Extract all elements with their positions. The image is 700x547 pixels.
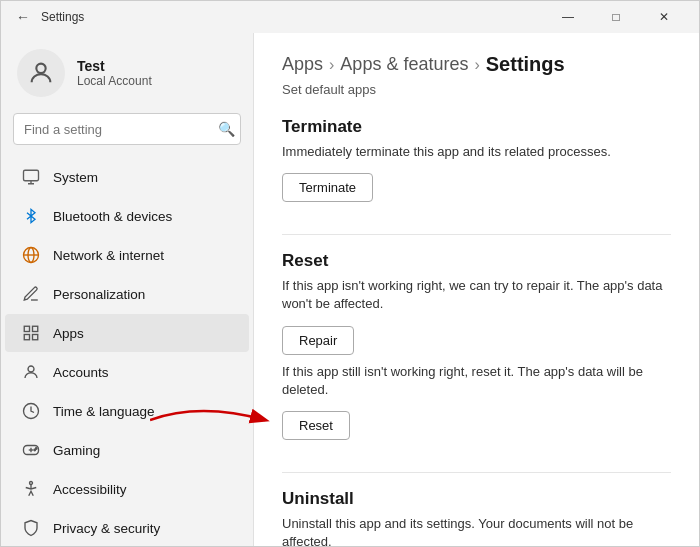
svg-point-0: [36, 64, 45, 73]
sidebar: Test Local Account 🔍 System: [1, 33, 253, 546]
apps-icon: [21, 323, 41, 343]
breadcrumb-sep1: ›: [329, 56, 334, 74]
window-controls: — □ ✕: [545, 1, 687, 33]
repair-description: If this app isn't working right, we can …: [282, 277, 671, 313]
user-profile[interactable]: Test Local Account: [1, 33, 253, 109]
avatar: [17, 49, 65, 97]
repair-button[interactable]: Repair: [282, 326, 354, 355]
svg-point-15: [36, 448, 38, 450]
sidebar-label-system: System: [53, 170, 98, 185]
back-button[interactable]: ←: [13, 7, 33, 27]
page-subtitle: Set default apps: [282, 82, 671, 97]
sidebar-label-apps: Apps: [53, 326, 84, 341]
sidebar-label-accounts: Accounts: [53, 365, 109, 380]
user-account: Local Account: [77, 74, 152, 88]
settings-window: ← Settings — □ ✕ Test Local Acco: [0, 0, 700, 547]
sidebar-label-time: Time & language: [53, 404, 155, 419]
gaming-icon: [21, 440, 41, 460]
personalization-icon: [21, 284, 41, 304]
svg-point-9: [28, 366, 34, 372]
maximize-button[interactable]: □: [593, 1, 639, 33]
svg-point-16: [30, 482, 33, 485]
sidebar-item-bluetooth[interactable]: Bluetooth & devices: [5, 197, 249, 235]
sidebar-item-apps[interactable]: Apps: [5, 314, 249, 352]
reset-title: Reset: [282, 251, 671, 271]
search-icon[interactable]: 🔍: [218, 121, 235, 137]
uninstall-section: Uninstall Uninstall this app and its set…: [282, 489, 671, 546]
title-bar-left: ← Settings: [13, 7, 84, 27]
user-name: Test: [77, 58, 152, 74]
sidebar-item-gaming[interactable]: Gaming: [5, 431, 249, 469]
breadcrumb-part1: Apps: [282, 54, 323, 75]
accounts-icon: [21, 362, 41, 382]
sidebar-item-network[interactable]: Network & internet: [5, 236, 249, 274]
sidebar-item-system[interactable]: System: [5, 158, 249, 196]
breadcrumb-current: Settings: [486, 53, 565, 76]
svg-rect-6: [33, 326, 38, 331]
uninstall-title: Uninstall: [282, 489, 671, 509]
sidebar-item-privacy[interactable]: Privacy & security: [5, 509, 249, 546]
breadcrumb-part2: Apps & features: [340, 54, 468, 75]
terminate-description: Immediately terminate this app and its r…: [282, 143, 671, 161]
reset-button[interactable]: Reset: [282, 411, 350, 440]
main-content: Test Local Account 🔍 System: [1, 33, 699, 546]
terminate-title: Terminate: [282, 117, 671, 137]
divider-2: [282, 472, 671, 473]
minimize-button[interactable]: —: [545, 1, 591, 33]
sidebar-label-accessibility: Accessibility: [53, 482, 127, 497]
bluetooth-icon: [21, 206, 41, 226]
close-button[interactable]: ✕: [641, 1, 687, 33]
search-box: 🔍: [13, 113, 241, 145]
sidebar-label-network: Network & internet: [53, 248, 164, 263]
window-title: Settings: [41, 10, 84, 24]
breadcrumb-sep2: ›: [474, 56, 479, 74]
svg-rect-1: [24, 170, 39, 181]
sidebar-label-personalization: Personalization: [53, 287, 145, 302]
accessibility-icon: [21, 479, 41, 499]
sidebar-label-bluetooth: Bluetooth & devices: [53, 209, 172, 224]
time-icon: [21, 401, 41, 421]
sidebar-label-privacy: Privacy & security: [53, 521, 160, 536]
breadcrumb: Apps › Apps & features › Settings: [282, 53, 671, 76]
sidebar-item-time[interactable]: Time & language: [5, 392, 249, 430]
title-bar: ← Settings — □ ✕: [1, 1, 699, 33]
reset-section: Reset If this app isn't working right, w…: [282, 251, 671, 448]
right-panel: Apps › Apps & features › Settings Set de…: [253, 33, 699, 546]
system-icon: [21, 167, 41, 187]
svg-rect-7: [24, 335, 29, 340]
network-icon: [21, 245, 41, 265]
nav-list: System Bluetooth & devices Network & int…: [1, 157, 253, 546]
uninstall-description: Uninstall this app and its settings. You…: [282, 515, 671, 546]
divider-1: [282, 234, 671, 235]
sidebar-item-accounts[interactable]: Accounts: [5, 353, 249, 391]
svg-rect-5: [24, 326, 29, 331]
terminate-section: Terminate Immediately terminate this app…: [282, 117, 671, 210]
search-input[interactable]: [13, 113, 241, 145]
terminate-button[interactable]: Terminate: [282, 173, 373, 202]
privacy-icon: [21, 518, 41, 538]
svg-rect-8: [33, 335, 38, 340]
sidebar-item-personalization[interactable]: Personalization: [5, 275, 249, 313]
reset-description: If this app still isn't working right, r…: [282, 363, 671, 399]
user-info: Test Local Account: [77, 58, 152, 88]
sidebar-item-accessibility[interactable]: Accessibility: [5, 470, 249, 508]
sidebar-label-gaming: Gaming: [53, 443, 100, 458]
